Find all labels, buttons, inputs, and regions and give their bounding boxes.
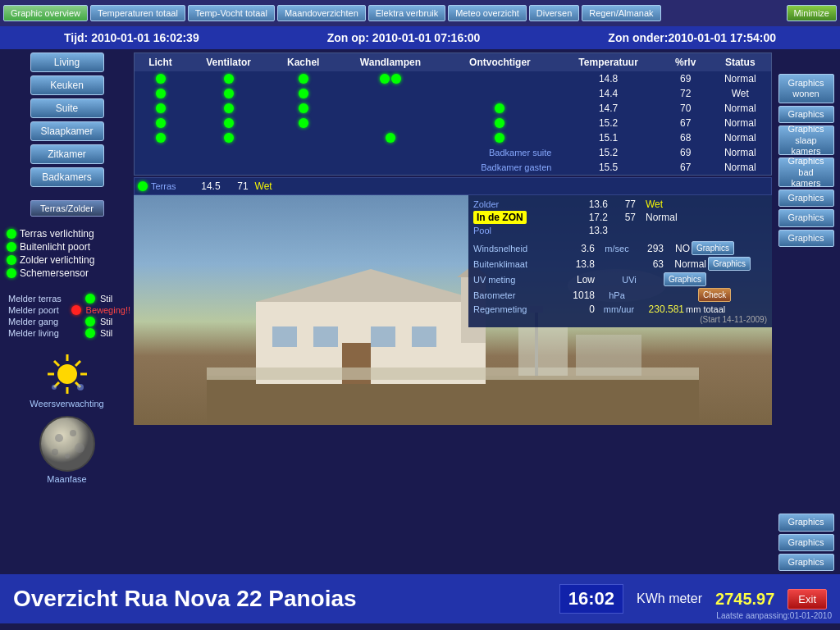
table-row: 15.1 68 Normal [135, 130, 772, 145]
baro-label: Barometer [473, 290, 564, 300]
graphics-pool-btn[interactable]: Graphics [778, 230, 834, 247]
svg-rect-25 [412, 326, 436, 347]
zit-rlv: 68 [662, 130, 710, 145]
outdoor-controls: Terras verlichting Buitenlicht poort Zol… [3, 226, 130, 281]
slaap-temp: 15.2 [555, 116, 661, 130]
nav-meteo[interactable]: Meteo overzicht [448, 5, 527, 21]
buitenlicht-poort-row: Buitenlicht poort [3, 241, 130, 253]
suite-rlv: 70 [662, 101, 710, 116]
center-content: Licht Ventilator Kachel Wandlampen Ontvo… [134, 52, 772, 571]
col-kachel: Kachel [271, 53, 336, 72]
zit-licht-led [156, 133, 166, 143]
check-button[interactable]: Check [698, 288, 731, 302]
weather-icons-section: Weersverwachting [30, 351, 103, 484]
room-keuken[interactable]: Keuken [30, 75, 104, 95]
room-badkamers[interactable]: Badkamers [30, 167, 104, 187]
weersverwachting-label: Weersverwachting [30, 399, 103, 409]
graphics-slaap-btn[interactable]: Graphicsslaapkamers [778, 126, 834, 155]
zolder-temp: 13.6 [575, 199, 608, 210]
indezon-row: In de ZON 17.2 57 Normal [473, 212, 767, 223]
wind-label: Windsnelheid [473, 244, 564, 253]
svg-rect-30 [518, 326, 568, 376]
table-row: 15.2 67 Normal [135, 116, 772, 130]
uv-label: UV meting [473, 275, 564, 285]
terras-data-rlv: 71 [224, 180, 249, 192]
exit-button[interactable]: Exit [788, 589, 827, 609]
keuken-temp: 14.4 [555, 86, 661, 101]
buiten-graphics-btn[interactable]: Graphics [708, 257, 751, 271]
badkamer-gasten-rlv: 67 [662, 160, 710, 176]
nav-diversen[interactable]: Diversen [529, 5, 579, 21]
nav-graphic-overview[interactable]: Graphic overview [3, 5, 88, 21]
indezon-temp: 17.2 [575, 212, 608, 223]
climate-table: Licht Ventilator Kachel Wandlampen Ontvo… [134, 52, 772, 176]
buiten-status: Normal [665, 258, 706, 270]
wind-row: Windsnelheid 3.6 m/sec 293 NO Graphics [473, 241, 767, 255]
buiten-label: Buitenklimaat [473, 259, 564, 269]
svg-point-12 [55, 434, 63, 442]
nav-temp-vocht[interactable]: Temp-Vocht totaal [188, 5, 275, 21]
keuken-kachel-led [299, 89, 308, 98]
badkamer-gasten-label: Badkamer gasten [135, 160, 555, 176]
zolder-verlichting-label: Zolder verlichting [20, 254, 94, 266]
melder-living-led [85, 328, 95, 338]
melder-poort-row: Melder poort Beweging!! [5, 305, 130, 315]
graphics-terras-btn[interactable]: Graphics [778, 189, 834, 207]
graphics-suite-btn[interactable]: Graphics [778, 106, 834, 123]
bottom-time: 16:02 [559, 584, 623, 614]
terras-zolder-button[interactable]: Terras/Zolder [30, 200, 104, 217]
room-suite[interactable]: Suite [30, 98, 104, 118]
nav-elektra[interactable]: Elektra verbruik [368, 5, 445, 21]
keuken-rlv: 72 [662, 86, 710, 101]
nav-temperaturen[interactable]: Temperaturen totaal [90, 5, 185, 21]
living-ventilator-led [224, 74, 234, 84]
keuken-status: Wet [710, 86, 772, 101]
buiten-row: Buitenklimaat 13.8 63 Normal Graphics [473, 257, 767, 271]
keuken-licht-led [156, 89, 166, 98]
svg-point-11 [40, 417, 94, 471]
buiten-rlv: 63 [639, 258, 664, 270]
uv-row: UV meting Low UVi Graphics [473, 272, 767, 286]
melder-terras-led [85, 294, 95, 304]
svg-rect-24 [371, 326, 395, 347]
room-zitkamer[interactable]: Zitkamer [30, 144, 104, 164]
svg-marker-19 [256, 269, 486, 302]
table-row: Badkamer suite 15.2 69 Normal [135, 145, 772, 160]
nav-maand[interactable]: Maandoverzichten [277, 5, 366, 21]
graphics-wind-btn[interactable]: Graphics [778, 514, 834, 531]
regen-row: Regenmeting 0 mm/uur 230.581 mm totaal [473, 304, 767, 315]
terras-verlichting-led [7, 229, 16, 239]
table-row: 14.4 72 Wet [135, 86, 772, 101]
graphics-uv-btn[interactable]: Graphics [778, 554, 834, 571]
slaap-kachel-led [299, 118, 308, 128]
baro-unit: hPa [596, 290, 637, 300]
indezon-label: In de ZON [473, 211, 527, 224]
graphics-buiten-btn[interactable]: Graphics [778, 534, 834, 551]
graphics-bad-btn[interactable]: Graphicsbadkamers [778, 158, 834, 187]
current-time: Tijd: 2010-01-01 16:02:39 [64, 31, 199, 44]
terras-data-status: Wet [255, 180, 272, 192]
right-sidebar: Graphicswonen Graphics Graphicsslaapkame… [775, 52, 837, 571]
melder-gang-led [85, 317, 95, 326]
svg-line-5 [54, 361, 59, 366]
room-living[interactable]: Living [30, 52, 104, 72]
sunrise-time: Zon op: 2010-01-01 07:16:00 [327, 31, 481, 44]
schemersensor-row: Schemersensor [3, 267, 130, 279]
suite-kachel-led [299, 103, 308, 113]
nav-regen[interactable]: Regen/Almanak [582, 5, 660, 21]
sun-icon [44, 351, 90, 397]
minimize-button[interactable]: Minimize [787, 5, 837, 21]
graphics-wonen-btn[interactable]: Graphicswonen [778, 74, 834, 103]
room-slaapkamer[interactable]: Slaapkamer [30, 121, 104, 141]
uv-graphics-btn[interactable]: Graphics [664, 272, 706, 286]
motion-sensors: Melder terras Stil Melder poort Beweging… [3, 292, 130, 340]
wind-graphics-btn[interactable]: Graphics [692, 241, 734, 255]
regen-total: 230.581 [643, 304, 684, 315]
uv-unit: UVi [596, 275, 662, 285]
suite-ventilator-led [224, 103, 234, 113]
graphics-zolder-btn[interactable]: Graphics [778, 209, 834, 226]
badkamer-suite-label: Badkamer suite [135, 145, 555, 160]
zit-ontvochtiger-led [495, 133, 504, 143]
indezon-status: Normal [646, 212, 678, 223]
svg-point-13 [70, 430, 76, 436]
